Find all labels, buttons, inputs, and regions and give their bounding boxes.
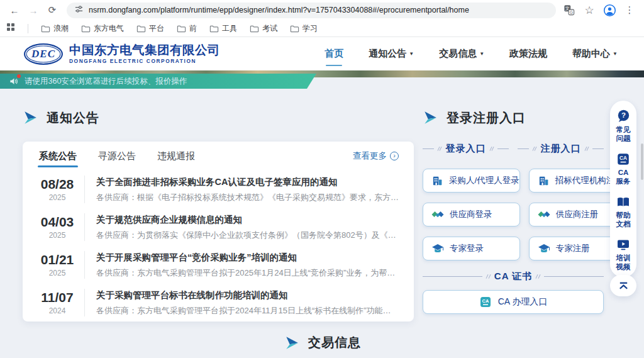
nav-label: 帮助中心 <box>572 48 610 60</box>
supplier-login-button[interactable]: 供应商登录 <box>423 203 520 227</box>
bookmark-folder[interactable]: 学习 <box>290 23 318 34</box>
button-label: 专家注册 <box>556 243 590 254</box>
bookmark-folder[interactable]: 工具 <box>209 23 237 34</box>
ca-apply-button[interactable]: CA CA 办理入口 <box>423 290 604 314</box>
bookmark-label: 东方电气 <box>94 23 124 34</box>
forward-icon[interactable]: → <box>25 2 42 18</box>
reload-icon[interactable]: ⟳ <box>44 2 60 18</box>
profile-avatar-icon[interactable] <box>602 3 616 17</box>
announcement-row[interactable]: 11/07 2024 关于采购管理平台标书在线制作功能培训的通知 各供应商：东方… <box>38 284 399 322</box>
site-settings-icon[interactable] <box>74 4 84 16</box>
translate-icon[interactable]: 文G <box>562 3 576 17</box>
announcement-row[interactable]: 08/28 2025 关于全面推进非招标采购业务CA认证及电子签章应用的通知 各… <box>38 171 399 208</box>
announcement-title[interactable]: 关于规范供应商企业规模信息的通知 <box>96 214 399 226</box>
bookmark-folder[interactable]: 平台 <box>136 23 164 34</box>
company-name-cn: 中国东方电气集团有限公司 <box>69 43 220 57</box>
back-icon[interactable]: ← <box>6 2 23 18</box>
announcement-title[interactable]: 关于采购管理平台标书在线制作功能培训的通知 <box>96 289 399 301</box>
divider <box>84 251 85 279</box>
apps-grid-icon[interactable] <box>6 23 15 34</box>
announcement-summary: 各供应商：根据《电子招标投标系统技术规范》《电子采购交易规范》要求，东方电气采购… <box>96 192 399 203</box>
login-register-heading: 登录注册入口 <box>423 109 604 126</box>
bookmark-star-icon[interactable]: ☆ <box>582 3 596 17</box>
section-arrow-icon <box>423 110 438 125</box>
purchaser-agent-login-button[interactable]: 采购人/代理人登录 <box>423 169 520 193</box>
bookmark-folder[interactable]: 前 <box>177 23 197 34</box>
training-videos-tool[interactable]: 培训视频 <box>614 238 632 271</box>
help-docs-tool[interactable]: 帮助文档 <box>614 195 632 228</box>
announcement-body: 关于规范供应商企业规模信息的通知 各供应商：为贯彻落实《保障中小企业款项支付条例… <box>96 214 399 241</box>
nav-trade-info[interactable]: 交易信息▼ <box>439 44 484 64</box>
login-header-label: 登录入口 <box>446 143 486 155</box>
handshake-icon <box>431 208 444 221</box>
date-text: 08/28 <box>38 177 77 192</box>
expert-login-button[interactable]: 专家登录 <box>423 237 520 260</box>
faq-tool[interactable]: ? 常见问题 <box>614 109 632 143</box>
announcement-title[interactable]: 关于开展采购管理平台“竞价采购业务”培训的通知 <box>96 252 399 264</box>
ca-header-label: CA 证书 <box>494 271 532 282</box>
announcement-row[interactable]: 04/03 2025 关于规范供应商企业规模信息的通知 各供应商：为贯彻落实《保… <box>38 208 399 246</box>
tool-label: 常见问题 <box>614 125 632 143</box>
tab-violation-reports[interactable]: 违规通报 <box>156 144 196 169</box>
announcement-body: 关于开展采购管理平台“竞价采购业务”培训的通知 各供应商：东方电气采购管理平台拟… <box>96 252 399 279</box>
year-text: 2025 <box>38 269 77 277</box>
company-logo[interactable]: DEC 中国东方电气集团有限公司 DONGFANG ELECTRIC CORPO… <box>24 43 220 65</box>
nav-notices[interactable]: 通知公告▼ <box>369 44 414 64</box>
chevron-up-bar-icon <box>618 280 630 292</box>
browser-actions: 文G ☆ ⋮ <box>562 3 638 17</box>
section-title: 通知公告 <box>47 109 99 126</box>
speaker-icon <box>9 76 19 86</box>
announcement-summary: 各供应商：为贯彻落实《保障中小企业款项支付条例》（国务院令第802号）及《中小企… <box>96 230 399 241</box>
ca-service-tool[interactable]: CA CA服务 <box>614 152 632 186</box>
nav-help-center[interactable]: 帮助中心▼ <box>572 44 618 64</box>
scroll-to-top-button[interactable] <box>610 275 636 296</box>
ca-cert-header: CA 证书 <box>423 271 604 282</box>
tab-system-notices[interactable]: 系统公告 <box>38 144 78 169</box>
bookmark-folder[interactable]: 考试 <box>250 23 277 34</box>
section-arrow-icon <box>284 335 299 350</box>
svg-text:CA: CA <box>619 155 627 161</box>
svg-text:CA: CA <box>482 298 489 304</box>
bookmark-label: 平台 <box>149 23 164 34</box>
graduation-cap-icon <box>538 242 550 255</box>
company-name: 中国东方电气集团有限公司 DONGFANG ELECTRIC CORPORATI… <box>69 43 220 64</box>
register-entry-header: 注册入口 <box>518 143 604 155</box>
url-text[interactable]: nsrm.dongfang.com/platform/runtime/epp/d… <box>89 6 469 14</box>
button-label: 采购人/代理人登录 <box>449 175 519 186</box>
tool-label: CA服务 <box>614 168 632 186</box>
login-register-section: 登录注册入口 登录入口 注册入口 采购人/代理人登录 <box>423 109 604 322</box>
section-title: 登录注册入口 <box>447 109 526 126</box>
announcement-row[interactable]: 01/21 2025 关于开展采购管理平台“竞价采购业务”培训的通知 各供应商：… <box>38 246 399 284</box>
menu-dots-icon[interactable]: ⋮ <box>623 3 636 17</box>
announcement-summary: 各供应商：东方电气采购管理平台拟于2025年1月24日上线“竞价采购”业务，为帮… <box>96 267 399 279</box>
nav-policies[interactable]: 政策法规 <box>509 44 547 64</box>
announcement-summary: 各供应商：东方电气采购管理平台拟于2024年11月15日上线“标书在线制作”功能… <box>96 305 399 316</box>
site-header: DEC 中国东方电气集团有限公司 DONGFANG ELECTRIC CORPO… <box>0 37 644 70</box>
video-screen-icon <box>616 238 630 252</box>
announcement-title[interactable]: 关于全面推进非招标采购业务CA认证及电子签章应用的通知 <box>96 176 399 188</box>
bookmark-folder[interactable]: 东方电气 <box>81 23 124 34</box>
nav-home[interactable]: 首页 <box>325 44 343 64</box>
view-more-label: 查看更多 <box>353 150 387 162</box>
page-scrollbar[interactable] <box>641 143 643 180</box>
tab-sourcing-notices[interactable]: 寻源公告 <box>97 144 137 169</box>
nav-label: 首页 <box>325 48 343 60</box>
register-header-label: 注册入口 <box>541 143 581 155</box>
divider <box>84 213 85 241</box>
announcement-date: 04/03 2025 <box>38 215 77 239</box>
bookmark-label: 工具 <box>222 23 237 34</box>
building-icon <box>538 175 550 187</box>
notice-bar[interactable]: 请使用360安全浏览器进行后续投标、报价操作 <box>0 74 316 89</box>
dec-logo-text: DEC <box>31 48 55 60</box>
button-label: CA 办理入口 <box>498 296 548 308</box>
announcement-body: 关于采购管理平台标书在线制作功能培训的通知 各供应商：东方电气采购管理平台拟于2… <box>96 289 399 316</box>
view-more-link[interactable]: 查看更多 › <box>353 150 399 162</box>
company-name-en: DONGFANG ELECTRIC CORPORATION <box>69 59 220 64</box>
chevron-down-icon: ▼ <box>479 51 484 57</box>
bookmark-label: 学习 <box>303 23 318 34</box>
bookmark-folder[interactable]: 浪潮 <box>41 23 69 34</box>
address-bar[interactable]: nsrm.dongfang.com/platform/runtime/epp/d… <box>67 3 556 18</box>
bookmarks-bar: 浪潮 东方电气 平台 前 工具 考试 学习 <box>0 20 644 37</box>
announcement-tabs: 系统公告 寻源公告 违规通报 查看更多 › <box>38 142 399 171</box>
year-text: 2025 <box>38 231 77 240</box>
